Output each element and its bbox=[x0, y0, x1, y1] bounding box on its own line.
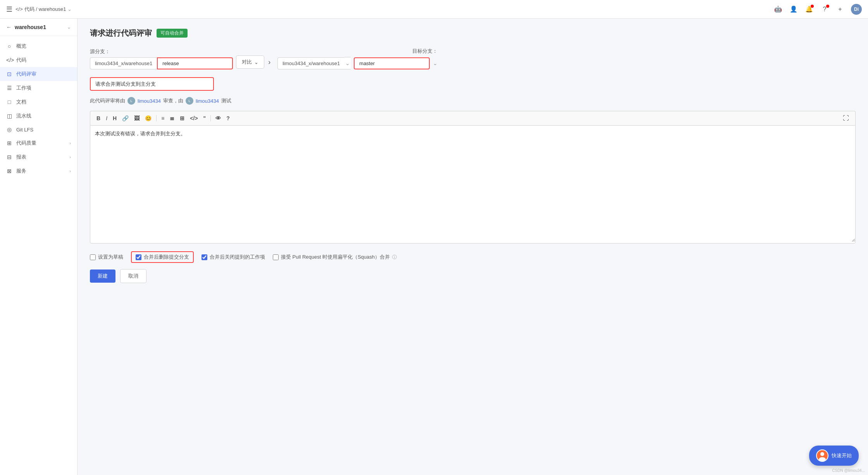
sidebar-item-report[interactable]: ⊟ 报表 › bbox=[0, 150, 77, 164]
sidebar-item-service[interactable]: ⊠ 服务 › bbox=[0, 164, 77, 178]
page-title-row: 请求进行代码评审 可自动合并 bbox=[90, 28, 856, 38]
svg-point-1 bbox=[820, 452, 824, 456]
quick-start-avatar bbox=[816, 449, 828, 462]
help-icon[interactable]: ? bbox=[820, 5, 829, 14]
sidebar-item-pipeline[interactable]: ◫ 流水线 bbox=[0, 109, 77, 123]
sidebar-label-code: 代码 bbox=[16, 57, 26, 64]
overview-icon: ○ bbox=[6, 43, 12, 49]
sidebar-item-overview[interactable]: ○ 概览 bbox=[0, 39, 77, 53]
draft-checkbox[interactable] bbox=[90, 254, 96, 260]
target-inputs: limou3434_x/warehouse1 ⌄ ⌄ bbox=[277, 57, 437, 69]
chevron-down-icon[interactable]: ⌄ bbox=[67, 6, 72, 12]
user-icon[interactable]: 👤 bbox=[789, 5, 798, 14]
target-prefix: limou3434_x/warehouse1 bbox=[277, 57, 344, 69]
toolbar-image[interactable]: 🖼 bbox=[132, 114, 142, 123]
source-prefix: limou3434_x/warehouse1 bbox=[90, 57, 157, 69]
delete-branch-checkbox[interactable] bbox=[136, 254, 141, 260]
quick-start-label: 快速开始 bbox=[832, 452, 852, 459]
sidebar-item-gitlfs[interactable]: ◎ Git LFS bbox=[0, 123, 77, 136]
delete-branch-option: 合并后删除提交分支 bbox=[131, 251, 194, 263]
quick-start-button[interactable]: 快速开始 bbox=[809, 446, 859, 466]
editor-container: B I H 🔗 🖼 😊 ≡ ≣ ⊞ </> " 👁 ? ⛶ bbox=[90, 111, 856, 244]
editor-textarea[interactable] bbox=[90, 126, 855, 242]
reviewer-text: 此代码评审将由 bbox=[90, 97, 125, 104]
sidebar-label-docs: 文档 bbox=[16, 98, 26, 105]
reviewer1-name: limou3434 bbox=[138, 98, 161, 104]
title-input[interactable] bbox=[90, 77, 214, 91]
back-icon[interactable]: ← bbox=[6, 24, 12, 30]
target-prefix-group: limou3434_x/warehouse1 ⌄ bbox=[277, 57, 351, 69]
review-sep: 审查，由 bbox=[163, 97, 183, 104]
reviewer1-link[interactable]: limou3434 bbox=[138, 98, 161, 104]
close-issue-label[interactable]: 合并后关闭提到的工作项 bbox=[210, 254, 265, 261]
sidebar-expand-icon[interactable]: ⌄ bbox=[67, 24, 71, 30]
source-branch-input[interactable] bbox=[157, 57, 233, 69]
target-dropdown-chevron[interactable]: ⌄ bbox=[433, 60, 437, 66]
toolbar-table[interactable]: ⊞ bbox=[177, 114, 187, 123]
toolbar-bold[interactable]: B bbox=[94, 114, 103, 123]
quick-start-avatar-img bbox=[817, 450, 828, 461]
ai-icon[interactable]: 🤖 bbox=[773, 5, 783, 14]
toolbar-italic[interactable]: I bbox=[103, 114, 110, 123]
compare-dropdown-label: 对比 bbox=[242, 59, 252, 66]
draft-label[interactable]: 设置为草稿 bbox=[98, 254, 123, 261]
toolbar-code[interactable]: </> bbox=[188, 114, 200, 123]
breadcrumb-text: 代码 / warehouse1 bbox=[24, 6, 66, 13]
top-nav: ☰ </> 代码 / warehouse1 ⌄ 🤖 👤 🔔 ? + Di bbox=[0, 0, 868, 19]
toolbar-emoji[interactable]: 😊 bbox=[143, 114, 154, 123]
toolbar-preview[interactable]: 👁 bbox=[213, 114, 223, 123]
csdn-watermark: CSDN @limou34... bbox=[832, 468, 865, 473]
hamburger-icon[interactable]: ☰ bbox=[6, 5, 12, 14]
title-input-row bbox=[90, 77, 856, 91]
sidebar-label-overview: 概览 bbox=[16, 43, 26, 50]
squash-label[interactable]: 接受 Pull Request 时使用扁平化（Squash）合并 bbox=[281, 254, 390, 261]
sidebar-item-docs[interactable]: □ 文档 bbox=[0, 95, 77, 109]
content-area: 请求进行代码评审 可自动合并 源分支： limou3434_x/warehous… bbox=[78, 19, 868, 475]
compare-dropdown[interactable]: 对比 ⌄ bbox=[236, 55, 264, 69]
toolbar-heading[interactable]: H bbox=[110, 114, 119, 123]
sidebar-label-service: 服务 bbox=[16, 168, 26, 174]
reviewer2-link[interactable]: limou3434 bbox=[196, 98, 219, 104]
squash-checkbox[interactable] bbox=[273, 254, 279, 260]
toolbar-sep1 bbox=[156, 115, 157, 121]
toolbar-ul[interactable]: ≡ bbox=[159, 114, 167, 123]
arrow-right-icon: › bbox=[268, 58, 270, 66]
toolbar-quote[interactable]: " bbox=[201, 114, 208, 123]
editor-body bbox=[90, 125, 856, 244]
close-issue-checkbox[interactable] bbox=[202, 254, 207, 260]
close-issue-option: 合并后关闭提到的工作项 bbox=[202, 254, 265, 261]
nav-left: ☰ </> 代码 / warehouse1 ⌄ bbox=[6, 5, 72, 14]
reviewer2-avatar: L bbox=[186, 97, 193, 105]
sidebar-item-review[interactable]: ⊡ 代码评审 bbox=[0, 67, 77, 81]
report-icon: ⊟ bbox=[6, 154, 12, 160]
cancel-button[interactable]: 取消 bbox=[120, 269, 146, 283]
target-branch-input[interactable] bbox=[354, 57, 430, 69]
avatar[interactable]: Di bbox=[851, 4, 862, 15]
sidebar-nav: ○ 概览 </> 代码 ⊡ 代码评审 ☰ 工作项 □ 文档 ◫ 流水线 bbox=[0, 36, 77, 181]
sidebar-label-quality: 代码质量 bbox=[16, 140, 36, 147]
toolbar-link[interactable]: 🔗 bbox=[120, 114, 131, 123]
submit-button[interactable]: 新建 bbox=[90, 269, 115, 283]
notification-badge bbox=[811, 5, 814, 8]
bell-icon[interactable]: 🔔 bbox=[804, 5, 814, 14]
sidebar-label-workitem: 工作项 bbox=[16, 85, 31, 92]
editor-toolbar: B I H 🔗 🖼 😊 ≡ ≣ ⊞ </> " 👁 ? ⛶ bbox=[90, 111, 856, 125]
toolbar-fullscreen[interactable]: ⛶ bbox=[840, 114, 851, 123]
delete-branch-label[interactable]: 合并后删除提交分支 bbox=[144, 254, 189, 261]
toolbar-help[interactable]: ? bbox=[224, 114, 232, 123]
gitlfs-icon: ◎ bbox=[6, 126, 12, 133]
squash-help-icon[interactable]: ⓘ bbox=[392, 254, 397, 261]
sidebar-item-workitem[interactable]: ☰ 工作项 bbox=[0, 81, 77, 95]
quality-icon: ⊞ bbox=[6, 140, 12, 146]
code-icon: </> bbox=[16, 6, 23, 12]
pipeline-icon: ◫ bbox=[6, 113, 12, 119]
sidebar: ← warehouse1 ⌄ ○ 概览 </> 代码 ⊡ 代码评审 ☰ 工作项 … bbox=[0, 19, 78, 475]
sidebar-item-code[interactable]: </> 代码 bbox=[0, 53, 77, 67]
toolbar-ol[interactable]: ≣ bbox=[167, 114, 177, 123]
nav-right: 🤖 👤 🔔 ? + Di bbox=[773, 4, 862, 15]
sidebar-label-review: 代码评审 bbox=[16, 71, 36, 78]
auto-merge-badge: 可自动合并 bbox=[157, 29, 188, 38]
target-prefix-chevron[interactable]: ⌄ bbox=[344, 57, 351, 69]
sidebar-item-quality[interactable]: ⊞ 代码质量 › bbox=[0, 136, 77, 150]
plus-icon[interactable]: + bbox=[835, 5, 845, 14]
